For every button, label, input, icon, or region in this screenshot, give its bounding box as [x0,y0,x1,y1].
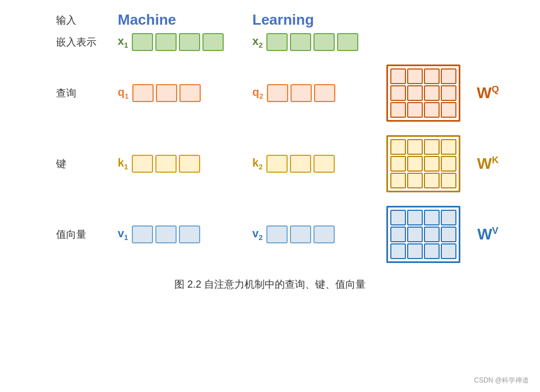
k2-label: k2 [252,156,262,171]
q1-box3 [179,84,201,102]
wk-cell-1 [390,139,406,155]
wk-cell-10 [407,173,423,188]
wk-cell-5 [390,156,406,172]
wq-cell-1 [390,68,406,84]
wk-cell-4 [441,139,456,155]
k2-box3 [313,155,335,173]
q2-label: q2 [252,86,263,100]
query-row: 查询 q1 q2 [22,64,518,122]
wk-cell-12 [441,173,456,188]
value-label: 值向量 [56,228,118,241]
v2-group: v2 [252,225,387,243]
wk-cell-2 [407,139,423,155]
v2-box2 [290,225,311,243]
figure-caption: 图 2.2 自注意力机制中的查询、键、值向量 [174,278,366,291]
wq-matrix [390,68,456,118]
wq-matrix-wrapper [386,64,460,122]
wq-cell-2 [407,68,423,84]
k1-box3 [179,155,200,173]
wv-cell-9 [390,243,406,259]
wk-cell-3 [424,139,440,155]
wk-matrix-wrapper [386,135,460,192]
k2-group: k2 [252,155,387,173]
key-row: 键 k1 k2 [22,135,518,192]
q1-box1 [132,84,154,102]
x2-box2 [290,33,311,51]
wk-cell-9 [390,173,406,188]
v1-box1 [132,225,153,243]
x1-group: x1 [118,33,252,51]
wv-matrix [390,210,456,259]
wv-cell-12 [441,243,456,259]
q2-box2 [290,84,312,102]
k1-box2 [155,155,177,173]
key-matrix-col [387,135,460,192]
wk-cell-6 [407,156,423,172]
wk-cell-11 [424,173,440,188]
query-label: 查询 [56,86,118,100]
wq-cell-3 [424,68,440,84]
wk-label: WK [477,155,499,173]
wv-cell-10 [407,243,423,259]
input-label: 输入 [56,13,118,27]
wq-label: WQ [477,84,499,102]
x2-label: x2 [252,35,262,49]
v1-box2 [155,225,177,243]
x1-box1 [132,33,153,51]
wv-cell-7 [424,227,440,242]
wk-cell-7 [424,156,440,172]
x1-box2 [155,33,177,51]
wv-cell-11 [424,243,440,259]
wk-cell-8 [441,156,456,172]
wv-matrix-wrapper [386,206,460,263]
wq-cell-11 [424,102,440,118]
x1-box3 [179,33,200,51]
wq-cell-10 [407,102,423,118]
learning-col: Learning [252,11,387,29]
q1-group: q1 [118,84,252,102]
wk-sup: K [492,155,499,165]
wq-cell-8 [441,85,456,101]
k1-box1 [132,155,153,173]
x2-box3 [313,33,335,51]
wv-label-col: WV [460,225,516,243]
q1-label: q1 [118,86,128,100]
wq-label-col: WQ [460,84,516,102]
embedding-row: 嵌入表示 x1 x2 [22,33,518,51]
k2-box2 [290,155,311,173]
wk-matrix [390,139,456,188]
input-header-row: 输入 Machine Learning [22,11,518,29]
v1-label: v1 [118,227,128,242]
x1-box4 [202,33,224,51]
q2-box3 [314,84,335,102]
wv-cell-8 [441,227,456,242]
x2-group: x2 [252,33,387,51]
machine-word: Machine [118,11,176,29]
x2-box4 [337,33,358,51]
k2-box1 [266,155,288,173]
value-row: 值向量 v1 v2 [22,206,518,263]
v2-box1 [266,225,288,243]
wv-sup: V [492,225,499,236]
k1-group: k1 [118,155,252,173]
wv-cell-2 [407,210,423,225]
x1-label: x1 [118,35,128,49]
main-container: 输入 Machine Learning 嵌入表示 x1 x2 [0,0,540,392]
wv-cell-6 [407,227,423,242]
q2-group: q2 [252,84,387,102]
wv-cell-4 [441,210,456,225]
value-matrix-col [387,206,460,263]
x2-box1 [266,33,288,51]
wq-cell-5 [390,85,406,101]
wv-cell-5 [390,227,406,242]
wk-label-col: WK [460,155,516,173]
wq-cell-7 [424,85,440,101]
v1-box3 [179,225,200,243]
wq-cell-6 [407,85,423,101]
wv-cell-1 [390,210,406,225]
watermark: CSDN @科学禅道 [474,376,529,385]
query-matrix-col [387,64,460,122]
v1-group: v1 [118,225,252,243]
k1-label: k1 [118,156,128,171]
wv-label: WV [477,225,499,243]
